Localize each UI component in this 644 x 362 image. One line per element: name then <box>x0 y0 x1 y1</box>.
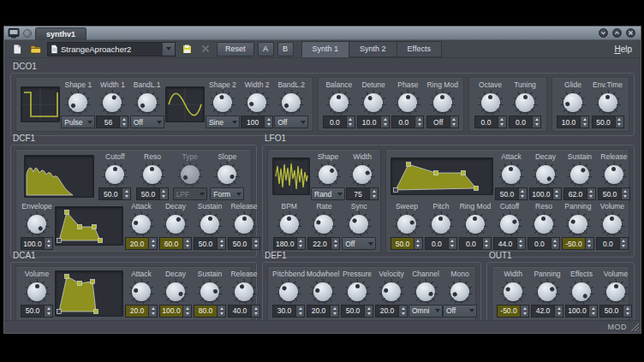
osc2-wave-display[interactable] <box>165 86 205 122</box>
filter-response-display[interactable] <box>24 155 94 198</box>
rate-knob[interactable] <box>314 215 333 234</box>
pitchbend-knob[interactable] <box>279 282 298 301</box>
tab-synth-2[interactable]: Synth 2 <box>349 41 397 57</box>
spin-up-button[interactable] <box>254 307 258 310</box>
preset-name[interactable]: StrangeAproacher2 <box>61 45 162 54</box>
decay-knob[interactable] <box>166 215 185 234</box>
spin-up-button[interactable] <box>333 307 337 310</box>
spin-up-button[interactable] <box>500 118 504 121</box>
cutoff-spinbox[interactable]: 44.0 <box>493 237 526 250</box>
spin-up-button[interactable] <box>587 240 591 242</box>
tuning-spinbox[interactable]: 0.0 <box>509 116 541 128</box>
spin-up-button[interactable] <box>589 190 593 193</box>
ring-mod-knob[interactable] <box>466 215 485 234</box>
spin-up-button[interactable] <box>220 307 224 310</box>
ring-mod-spinbox[interactable]: Off <box>426 116 459 128</box>
width-knob[interactable] <box>504 282 522 301</box>
reso-knob[interactable] <box>143 165 162 184</box>
tune-a-button[interactable]: A <box>258 42 274 56</box>
spin-up-button[interactable] <box>416 240 420 242</box>
balance-spinbox[interactable]: 0.0 <box>323 116 355 128</box>
envelope-spinbox[interactable]: 100.0 <box>21 237 53 250</box>
slope-knob[interactable] <box>218 165 236 184</box>
open-preset-button[interactable] <box>28 42 44 56</box>
spin-down-button[interactable] <box>521 195 524 198</box>
spin-down-button[interactable] <box>334 245 337 247</box>
spin-up-button[interactable] <box>623 190 627 193</box>
spin-up-button[interactable] <box>299 240 302 242</box>
reset-button[interactable]: Reset <box>217 42 254 56</box>
spin-down-button[interactable] <box>583 123 587 126</box>
bpm-knob[interactable] <box>280 215 299 234</box>
spin-down-button[interactable] <box>452 123 456 126</box>
release-spinbox[interactable]: 40.0 <box>228 305 260 317</box>
spin-down-button[interactable] <box>402 312 405 315</box>
reso-spinbox[interactable]: 50.0 <box>136 187 169 200</box>
spin-up-button[interactable] <box>186 307 189 310</box>
reso-spinbox[interactable]: 0.0 <box>528 237 560 250</box>
spin-down-button[interactable] <box>254 312 258 315</box>
spin-down-button[interactable] <box>220 245 224 247</box>
env-time-knob[interactable] <box>599 93 617 112</box>
spin-up-button[interactable] <box>521 190 524 193</box>
channel-knob[interactable] <box>416 282 435 301</box>
bandl-1-knob[interactable] <box>138 93 157 112</box>
cutoff-spinbox[interactable]: 50.0 <box>98 187 131 200</box>
release-knob[interactable] <box>235 282 253 301</box>
sync-combobox[interactable]: Off <box>342 237 376 250</box>
spin-down-button[interactable] <box>555 195 558 198</box>
octave-knob[interactable] <box>481 93 500 112</box>
spin-down-button[interactable] <box>589 195 593 198</box>
release-spinbox[interactable]: 50.0 <box>598 187 630 200</box>
spin-down-button[interactable] <box>254 245 258 247</box>
spin-up-button[interactable] <box>47 307 51 310</box>
glide-spinbox[interactable]: 10.0 <box>557 116 589 128</box>
spin-up-button[interactable] <box>622 240 625 242</box>
spin-up-button[interactable] <box>553 240 557 242</box>
volume-spinbox[interactable]: 0.0 <box>596 237 629 250</box>
spin-down-button[interactable] <box>623 195 627 198</box>
bandl-2-knob[interactable] <box>282 93 301 112</box>
spin-up-button[interactable] <box>267 118 271 121</box>
spin-up-button[interactable] <box>450 240 454 242</box>
spin-down-button[interactable] <box>416 245 420 247</box>
spin-up-button[interactable] <box>418 118 421 121</box>
mono-combobox[interactable]: Off <box>443 305 477 317</box>
spin-up-button[interactable] <box>152 240 155 242</box>
panning-knob[interactable] <box>569 215 587 234</box>
new-preset-button[interactable] <box>9 42 25 56</box>
spin-up-button[interactable] <box>523 307 527 310</box>
spin-down-button[interactable] <box>186 245 189 247</box>
spin-up-button[interactable] <box>186 240 189 242</box>
width-2-spinbox[interactable]: 100 <box>241 116 273 128</box>
spin-down-button[interactable] <box>267 123 271 126</box>
effects-spinbox[interactable]: 100.0 <box>565 305 598 317</box>
release-knob[interactable] <box>605 165 623 184</box>
release-spinbox[interactable]: 50.0 <box>228 237 260 250</box>
spin-up-button[interactable] <box>47 240 51 242</box>
velocity-knob[interactable] <box>382 282 401 301</box>
bandl-1-combobox[interactable]: Off <box>130 116 164 128</box>
spin-down-button[interactable] <box>450 245 454 247</box>
balance-knob[interactable] <box>330 93 349 112</box>
decay-knob[interactable] <box>536 165 555 184</box>
spin-down-button[interactable] <box>535 123 539 126</box>
spin-up-button[interactable] <box>485 240 488 242</box>
spin-down-button[interactable] <box>367 312 371 315</box>
spin-up-button[interactable] <box>583 118 587 121</box>
panning-knob[interactable] <box>538 282 557 301</box>
modwheel-spinbox[interactable]: 20.0 <box>307 305 339 317</box>
release-knob[interactable] <box>235 215 253 234</box>
pitch-spinbox[interactable]: 0.0 <box>425 237 457 250</box>
velocity-spinbox[interactable]: 20.0 <box>375 305 408 317</box>
tune-b-button[interactable]: B <box>277 42 294 56</box>
spin-up-button[interactable] <box>220 240 224 242</box>
spin-down-button[interactable] <box>122 123 126 126</box>
spin-down-button[interactable] <box>47 312 51 315</box>
spin-up-button[interactable] <box>592 307 595 310</box>
attack-spinbox[interactable]: 20.0 <box>125 237 158 250</box>
spin-down-button[interactable] <box>485 245 488 247</box>
spin-down-button[interactable] <box>622 245 625 247</box>
spin-down-button[interactable] <box>299 312 302 315</box>
ring-mod-knob[interactable] <box>433 93 452 112</box>
